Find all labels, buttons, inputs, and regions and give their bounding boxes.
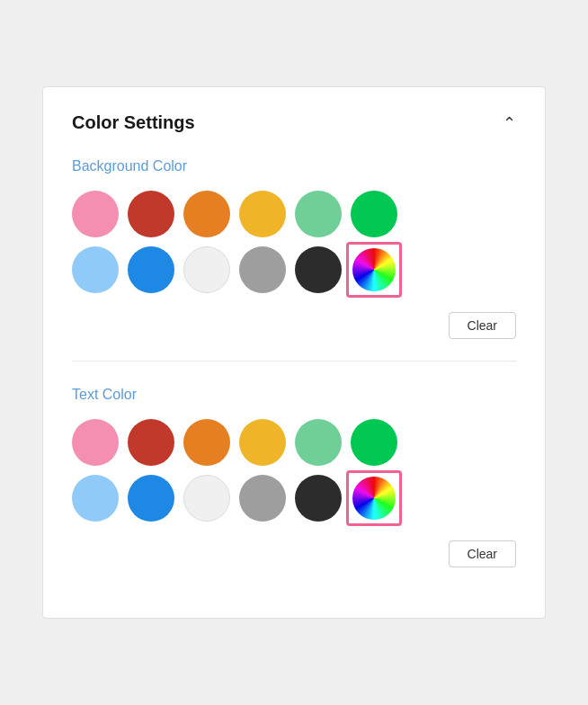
bg-color-button-yellow[interactable] <box>239 191 286 237</box>
background-color-section: Background Color Clear <box>72 158 516 339</box>
text-swatch-red[interactable] <box>128 419 174 466</box>
section-divider <box>72 361 516 361</box>
bg-swatch-green[interactable] <box>351 191 397 237</box>
panel-header: Color Settings ⌃ <box>72 112 516 133</box>
bg-swatch-mint[interactable] <box>295 191 342 237</box>
background-clear-row: Clear <box>72 312 516 339</box>
background-color-label: Background Color <box>72 158 516 174</box>
bg-color-button-green[interactable] <box>351 191 397 237</box>
bg-swatch-pink[interactable] <box>72 191 119 237</box>
text-swatch-gray[interactable] <box>239 475 286 522</box>
text-color-button-pink[interactable] <box>72 419 119 466</box>
text-color-button-orange[interactable] <box>183 419 230 466</box>
text-color-button-yellow[interactable] <box>239 419 286 466</box>
bg-swatch-yellow[interactable] <box>239 191 286 237</box>
text-color-button-white-gray[interactable] <box>183 475 230 522</box>
text-color-button-black[interactable] <box>295 475 342 522</box>
text-rainbow-button[interactable] <box>352 477 396 520</box>
bg-swatch-white-gray[interactable] <box>183 246 230 293</box>
bg-swatch-black[interactable] <box>295 246 342 293</box>
bg-swatch-gray[interactable] <box>239 246 286 293</box>
text-clear-button[interactable]: Clear <box>449 540 516 567</box>
bg-swatch-light-blue[interactable] <box>72 246 119 293</box>
bg-color-button-black[interactable] <box>295 246 342 293</box>
background-clear-button[interactable]: Clear <box>449 312 516 339</box>
text-color-button-mint[interactable] <box>295 419 342 466</box>
bg-color-button-red[interactable] <box>128 191 174 237</box>
bg-color-button-blue[interactable] <box>128 246 174 293</box>
text-swatch-pink[interactable] <box>72 419 119 466</box>
bg-swatch-rainbow[interactable] <box>346 242 402 298</box>
background-color-grid <box>72 191 516 298</box>
text-color-button-blue[interactable] <box>128 475 174 522</box>
color-settings-panel: Color Settings ⌃ Background Color Clear … <box>42 86 546 619</box>
bg-rainbow-button[interactable] <box>352 248 396 291</box>
text-color-section: Text Color Clear <box>72 387 516 567</box>
text-color-button-green[interactable] <box>351 419 397 466</box>
bg-color-button-mint[interactable] <box>295 191 342 237</box>
text-color-button-gray[interactable] <box>239 475 286 522</box>
text-swatch-light-blue[interactable] <box>72 475 119 522</box>
text-clear-row: Clear <box>72 540 516 567</box>
text-swatch-white-gray[interactable] <box>183 475 230 522</box>
text-color-button-light-blue[interactable] <box>72 475 119 522</box>
text-swatch-green[interactable] <box>351 419 397 466</box>
bg-color-button-light-blue[interactable] <box>72 246 119 293</box>
bg-swatch-orange[interactable] <box>183 191 230 237</box>
bg-swatch-blue[interactable] <box>128 246 174 293</box>
text-swatch-yellow[interactable] <box>239 419 286 466</box>
text-swatch-blue[interactable] <box>128 475 174 522</box>
panel-title: Color Settings <box>72 112 195 133</box>
bg-color-button-orange[interactable] <box>183 191 230 237</box>
text-color-button-red[interactable] <box>128 419 174 466</box>
text-color-label: Text Color <box>72 387 516 403</box>
bg-color-button-gray[interactable] <box>239 246 286 293</box>
collapse-icon[interactable]: ⌃ <box>503 113 516 133</box>
text-swatch-orange[interactable] <box>183 419 230 466</box>
bg-color-button-white-gray[interactable] <box>183 246 230 293</box>
text-swatch-mint[interactable] <box>295 419 342 466</box>
bg-swatch-red[interactable] <box>128 191 174 237</box>
text-swatch-rainbow[interactable] <box>346 470 402 526</box>
text-color-grid <box>72 419 516 526</box>
bg-color-button-pink[interactable] <box>72 191 119 237</box>
text-swatch-black[interactable] <box>295 475 342 522</box>
